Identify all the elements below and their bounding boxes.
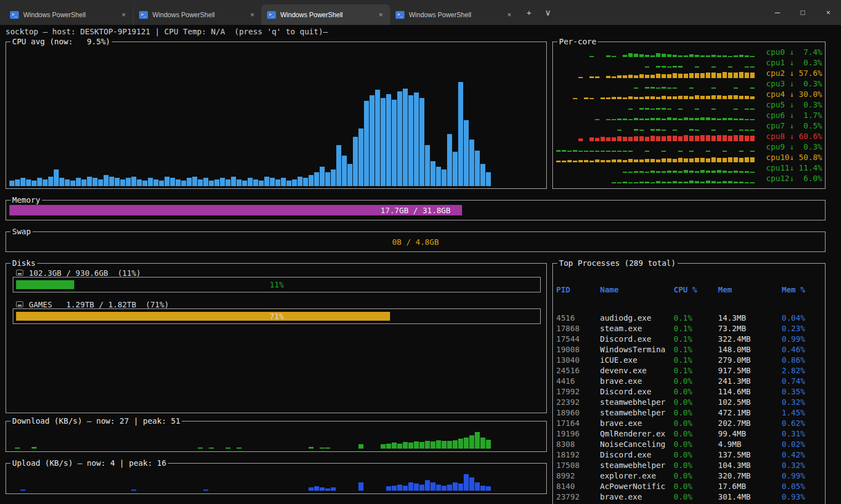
process-mem-percent: 0.46% bbox=[782, 344, 823, 355]
process-row: 19008WindowsTermina0.1%148.0MB0.46% bbox=[556, 344, 823, 355]
tab-windows-powershell[interactable]: >_Windows PowerShell× bbox=[261, 4, 390, 25]
process-pid: 17868 bbox=[556, 323, 600, 334]
process-cpu-percent: 0.0% bbox=[674, 429, 718, 439]
disk-label-row: GAMES 1.29TB / 1.82TB (71%) bbox=[16, 300, 169, 308]
process-row: 8140AcPowerNotific0.0%17.6MB0.05% bbox=[556, 481, 823, 492]
process-name: brave.exe bbox=[600, 376, 674, 387]
core-sparkline bbox=[556, 111, 765, 120]
core-row: cpu1 ↓ 0.3% bbox=[556, 57, 822, 68]
memory-gauge-label: 17.7GB / 31.8GB bbox=[9, 205, 822, 215]
disk-label: GAMES 1.29TB / 1.82TB (71%) bbox=[29, 300, 169, 309]
tab-close-icon[interactable]: × bbox=[505, 11, 513, 19]
terminal-viewport: socktop — host: DESKTOP-9P19121 | CPU Te… bbox=[0, 25, 841, 504]
process-mem-percent: 0.05% bbox=[782, 481, 823, 492]
tab-close-icon[interactable]: × bbox=[377, 11, 384, 19]
process-pid: 19196 bbox=[556, 429, 600, 439]
process-name: AcPowerNotific bbox=[600, 481, 674, 492]
core-row: cpu6 ↓ 1.7% bbox=[556, 110, 822, 120]
process-name: steamwebhelper bbox=[600, 460, 674, 471]
tab-windows-powershell[interactable]: >_Windows PowerShell× bbox=[390, 4, 519, 25]
core-label: cpu7 ↓ 0.5% bbox=[765, 121, 822, 131]
process-row: 17164brave.exe0.0%202.7MB0.62% bbox=[556, 418, 823, 429]
process-mem-percent: 0.32% bbox=[782, 397, 823, 408]
process-row: 4416brave.exe0.0%241.3MB0.74% bbox=[556, 376, 823, 387]
process-pid: 24516 bbox=[556, 366, 600, 376]
tab-windows-powershell[interactable]: >_Windows PowerShell× bbox=[4, 4, 133, 25]
core-row: cpu10↓ 50.8% bbox=[556, 152, 822, 162]
core-row: cpu4 ↓ 30.0% bbox=[556, 89, 822, 99]
core-sparkline bbox=[556, 100, 765, 110]
process-mem-percent: 0.04% bbox=[782, 313, 823, 323]
tab-windows-powershell[interactable]: >_Windows PowerShell× bbox=[133, 4, 261, 25]
process-name: brave.exe bbox=[600, 492, 674, 502]
process-row: 19196QmlRenderer.ex0.0%99.4MB0.31% bbox=[556, 429, 823, 439]
process-row: 17544Discord.exe0.1%322.4MB0.99% bbox=[556, 334, 823, 344]
process-mem-percent: 0.35% bbox=[782, 387, 823, 397]
core-label: cpu6 ↓ 1.7% bbox=[765, 110, 822, 120]
process-mem-percent: 0.99% bbox=[782, 471, 823, 481]
process-cpu-percent: 0.1% bbox=[674, 313, 718, 323]
process-mem: 202.7MB bbox=[718, 418, 782, 429]
process-row: 13040iCUE.exe0.1%279.0MB0.86% bbox=[556, 355, 823, 366]
process-row: 17508steamwebhelper0.0%104.3MB0.32% bbox=[556, 460, 823, 471]
disk-gauge-percent: 71% bbox=[13, 309, 540, 323]
memory-gauge: 17.7GB / 31.8GB bbox=[9, 205, 822, 215]
tab-label: Windows PowerShell bbox=[23, 11, 120, 19]
process-mem: 137.5MB bbox=[718, 450, 782, 460]
process-table-header: PIDNameCPU %MemMem % bbox=[556, 285, 823, 295]
process-cpu-percent: 0.1% bbox=[674, 366, 718, 376]
core-label: cpu4 ↓ 30.0% bbox=[765, 89, 822, 99]
process-table-body: 4516audiodg.exe0.1%14.3MB0.04%17868steam… bbox=[556, 313, 823, 504]
core-row: cpu8 ↓ 60.6% bbox=[556, 131, 822, 141]
core-sparkline bbox=[556, 48, 765, 57]
disk-icon bbox=[16, 301, 23, 307]
core-sparkline bbox=[556, 163, 765, 173]
tab-dropdown-button[interactable]: ∨ bbox=[540, 4, 556, 21]
minimize-button[interactable]: ─ bbox=[765, 0, 790, 25]
process-mem: 472.1MB bbox=[718, 408, 782, 418]
new-tab-button[interactable]: + bbox=[521, 4, 537, 21]
process-name: WindowsTermina bbox=[600, 344, 674, 355]
process-name: audiodg.exe bbox=[600, 313, 674, 323]
powershell-icon: >_ bbox=[139, 11, 148, 19]
title-bar: >_Windows PowerShell×>_Windows PowerShel… bbox=[0, 0, 841, 25]
core-row: cpu11↓ 11.4% bbox=[556, 162, 822, 173]
window-controls: ─ □ × bbox=[765, 0, 841, 25]
process-cpu-percent: 0.0% bbox=[674, 418, 718, 429]
process-pid: 17164 bbox=[556, 418, 600, 429]
process-name: Discord.exe bbox=[600, 450, 674, 460]
process-cpu-percent: 0.1% bbox=[674, 323, 718, 334]
tab-strip: >_Windows PowerShell×>_Windows PowerShel… bbox=[0, 0, 519, 25]
maximize-button[interactable]: □ bbox=[790, 0, 816, 25]
core-row: cpu12↓ 6.0% bbox=[556, 173, 822, 183]
process-cpu-percent: 0.0% bbox=[674, 387, 718, 397]
close-button[interactable]: × bbox=[816, 0, 841, 25]
core-label: cpu2 ↓ 57.6% bbox=[765, 68, 822, 78]
cpu-history-chart bbox=[9, 49, 543, 186]
process-pid: 13040 bbox=[556, 355, 600, 366]
process-mem-percent: 0.42% bbox=[782, 450, 823, 460]
tab-close-icon[interactable]: × bbox=[120, 11, 127, 19]
tab-close-icon[interactable]: × bbox=[248, 11, 256, 19]
processes-panel: Top Processes (289 total) PIDNameCPU %Me… bbox=[552, 263, 825, 504]
core-sparkline bbox=[556, 142, 765, 152]
processes-title: Top Processes (289 total) bbox=[557, 259, 678, 268]
core-sparkline bbox=[556, 174, 765, 183]
powershell-icon: >_ bbox=[10, 11, 19, 19]
process-cpu-percent: 0.0% bbox=[674, 376, 718, 387]
process-name: devenv.exe bbox=[600, 366, 674, 376]
process-mem-percent: 0.93% bbox=[782, 492, 823, 502]
process-name: brave.exe bbox=[600, 418, 674, 429]
process-row: 18192Discord.exe0.0%137.5MB0.42% bbox=[556, 450, 823, 460]
core-label: cpu5 ↓ 0.3% bbox=[765, 100, 822, 110]
core-row: cpu9 ↓ 0.3% bbox=[556, 141, 822, 152]
process-mem: 917.5MB bbox=[718, 366, 782, 376]
powershell-icon: >_ bbox=[267, 11, 276, 19]
process-name: explorer.exe bbox=[600, 471, 674, 481]
process-cpu-percent: 0.0% bbox=[674, 481, 718, 492]
process-mem: 322.4MB bbox=[718, 334, 782, 344]
core-label: cpu3 ↓ 0.3% bbox=[765, 79, 822, 89]
process-name: Discord.exe bbox=[600, 334, 674, 344]
process-cpu-percent: 0.1% bbox=[674, 334, 718, 344]
core-sparkline bbox=[556, 79, 765, 89]
